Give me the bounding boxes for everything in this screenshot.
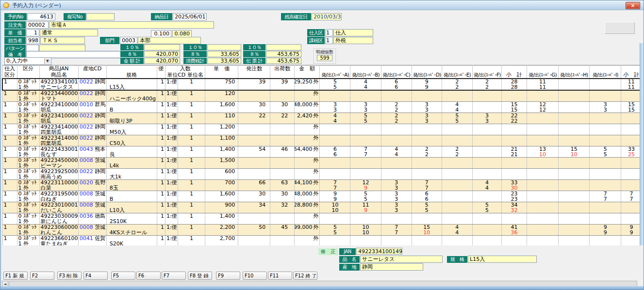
- grid-row[interactable]: 10 ｽﾎﾟｯﾄ1 外4922341000005胡瓜0010 群馬B11:便11…: [2, 102, 642, 113]
- fkey-button-f9[interactable]: F9: [216, 272, 240, 280]
- zandaka-value[interactable]: 2010/03/31: [312, 13, 342, 20]
- cell-subtotal-1: 2828: [501, 79, 527, 90]
- shiireku-code[interactable]: 1: [325, 29, 333, 36]
- cell-store-G: [527, 113, 559, 124]
- soto-flag: 外: [313, 102, 318, 107]
- cell-store-A: 33: [320, 102, 350, 113]
- yoyaku-no-value[interactable]: 4613: [27, 13, 55, 20]
- tantosha-name[interactable]: ＴＫＳ: [40, 37, 85, 44]
- grid-row[interactable]: 10 ｽﾎﾟｯﾄ1 外4922343300158長なす0043 熊本良11:便1…: [2, 146, 642, 158]
- fkey-button-f10[interactable]: F10: [243, 272, 267, 280]
- grid-row[interactable]: 10 ｽﾎﾟｯﾄ1 外4922306000002れんこん0008 茨城4KSスチ…: [2, 225, 642, 236]
- cell-jan-name: 4922392500004南高うめ: [39, 169, 78, 180]
- cell-kikaku: 大1k: [106, 169, 157, 180]
- cell-subtotal-1: [501, 158, 527, 169]
- cell-unit: 1:便: [165, 79, 178, 90]
- cell-store-F: [472, 135, 501, 146]
- tax8-value-1: 420,070: [144, 51, 180, 57]
- soto-flag: 外: [313, 191, 318, 196]
- cell-subtotal-1: 4136: [501, 225, 527, 236]
- fkey-button-f2[interactable]: F2: [30, 272, 54, 280]
- grid-row[interactable]: 10 ｽﾎﾟｯﾄ1 外4922345000001ピーマン0008 茨城L4k11…: [2, 158, 642, 169]
- grid-row[interactable]: 10 ｽﾎﾟｯﾄ1 外4922341000005胡瓜0022 静岡朝取り3P11…: [2, 113, 642, 124]
- chevron-down-icon[interactable]: ▼: [44, 58, 50, 64]
- cell-kikaku: L15入: [106, 79, 157, 90]
- cell-kubun: 0 ｽﾎﾟｯﾄ1 外: [17, 202, 39, 213]
- cell-subtotal-2: [621, 90, 642, 102]
- tax8-label-3: ８％: [243, 51, 265, 57]
- col-header-store-A: 発/出(ｽｰﾊﾟｰA): [320, 65, 350, 79]
- cell-shiire-kubun: 1: [2, 213, 17, 225]
- cell-store-B: 1010: [350, 225, 381, 236]
- cell-store-D: [412, 90, 442, 102]
- fkey-button-f8[interactable]: F8 登 録: [188, 272, 212, 280]
- fkey-button-f1[interactable]: F1 新 規: [3, 272, 28, 280]
- fkey-button-f4[interactable]: F4: [83, 272, 108, 280]
- kikaku-input[interactable]: L15入: [468, 256, 537, 263]
- cell-subtotal-2: [621, 124, 642, 135]
- tanka-code[interactable]: 1: [26, 29, 39, 36]
- soto-flag: 外: [313, 236, 318, 241]
- chumonsaki-name[interactable]: 市場Ａ: [49, 21, 214, 29]
- cell-unit: 1:便: [165, 102, 178, 113]
- kazeiku-code[interactable]: 1: [325, 37, 333, 44]
- fkey-button-f11[interactable]: F11: [268, 272, 292, 280]
- cell-subtotal-2: [621, 135, 642, 146]
- grid-row[interactable]: 10 ｽﾎﾟｯﾄ1 外4922392500004南高うめ0022 静岡大1k11…: [2, 169, 642, 180]
- cell-jan-name: 4922311000004白菜: [39, 180, 78, 191]
- jan-value[interactable]: 4922334100149: [356, 248, 402, 255]
- cell-hatchu: 50: [238, 225, 270, 236]
- tantosha-code[interactable]: 998: [26, 37, 40, 44]
- rate2-value[interactable]: 0.080: [172, 30, 192, 37]
- grid-row[interactable]: 10 ｽﾎﾟｯﾄ1 外4922341400003四葉胡瓜0022 静岡C50入1…: [2, 135, 642, 146]
- tanka-name[interactable]: 通常: [40, 29, 98, 36]
- bumon-name[interactable]: 本部: [138, 37, 201, 44]
- fkey-button-f6[interactable]: F6: [136, 272, 161, 280]
- kazeiku-name[interactable]: 外税: [333, 37, 373, 44]
- grid-row[interactable]: 10 ｽﾎﾟｯﾄ1 外4922341400003四葉胡瓜0022 静岡M50入1…: [2, 124, 642, 135]
- fkey-button-f12[interactable]: F12 終 了: [293, 272, 317, 280]
- cell-jan-name: 4922341400003四葉胡瓜: [39, 124, 78, 135]
- grid-row[interactable]: 10 ｽﾎﾟｯﾄ1 外4922319500001白ねぎ0008 茨城B11:便1…: [2, 191, 642, 202]
- cell-shiire-kubun: 1: [2, 102, 17, 113]
- cell-sanchi: 0008 茨城: [78, 158, 106, 169]
- chumonsaki-code[interactable]: 00002: [26, 21, 49, 29]
- cell-shukka: 63: [270, 180, 295, 191]
- nohinbi-value[interactable]: 2025/06/01: [173, 13, 207, 20]
- cell-unit-qty: 1: [178, 180, 205, 191]
- rate1-value[interactable]: 0.100: [151, 30, 171, 37]
- cell-kingaku: 29,250外: [295, 79, 320, 90]
- cell-store-D: 66: [412, 191, 442, 202]
- cell-store-E: [442, 158, 472, 169]
- cell-unit: 1:便: [165, 225, 178, 236]
- cell-unit-qty: 1: [178, 135, 205, 146]
- shiireku-name[interactable]: 仕入: [333, 29, 373, 36]
- fkey-button-f3[interactable]: F3 削 除: [57, 272, 82, 280]
- grid-row[interactable]: 10 ｽﾎﾟｯﾄ1 外4922303000906新にんじん0036 徳島2S10…: [2, 213, 642, 225]
- cell-unit: 1:便: [165, 90, 178, 102]
- tax10-value-3: [266, 44, 301, 50]
- cell-kikaku: L10入: [106, 202, 157, 213]
- fukusha-no-input[interactable]: [86, 13, 115, 20]
- cell-unit: 1:便: [165, 191, 178, 202]
- hinmei-input[interactable]: サニーレタス: [360, 256, 443, 263]
- cell-bin: 1: [157, 169, 165, 180]
- sanchi-input[interactable]: 静岡: [360, 263, 423, 271]
- grid-row[interactable]: 10 ｽﾎﾟｯﾄ1 外4922301000151だいこん0008 茨城L10入1…: [2, 202, 642, 213]
- grid-row[interactable]: 10 ｽﾎﾟｯﾄ1 外4922311000004白菜0020 長野8玉11:便1…: [2, 180, 642, 191]
- cell-store-H: [559, 202, 590, 213]
- denpyo-kei-value: 453,675: [266, 58, 301, 64]
- fkey-button-f5[interactable]: F5: [111, 272, 135, 280]
- cell-sanchi: 0022 静岡: [78, 169, 106, 180]
- close-button[interactable]: ×: [626, 2, 640, 9]
- cell-shiire-kubun: 1: [2, 225, 17, 236]
- grid-row[interactable]: 10 ｽﾎﾟｯﾄ1 外4922334100149サニーレタス0022 静岡L15…: [2, 79, 642, 90]
- cell-store-I: [590, 124, 621, 135]
- fkey-button-f7[interactable]: F7: [162, 272, 186, 280]
- bumon-code[interactable]: 0003: [120, 37, 137, 44]
- cell-bin: 1: [157, 79, 165, 90]
- grid-row[interactable]: 10 ｽﾎﾟｯﾄ1 外4922344000002トマト0022 静岡ハニーポック…: [2, 90, 642, 102]
- cell-kubun: 0 ｽﾎﾟｯﾄ1 外: [17, 169, 39, 180]
- status-combobox[interactable]: 0:入力中 ▼: [4, 57, 51, 65]
- yoyaku-no-label: 予約No: [4, 13, 27, 20]
